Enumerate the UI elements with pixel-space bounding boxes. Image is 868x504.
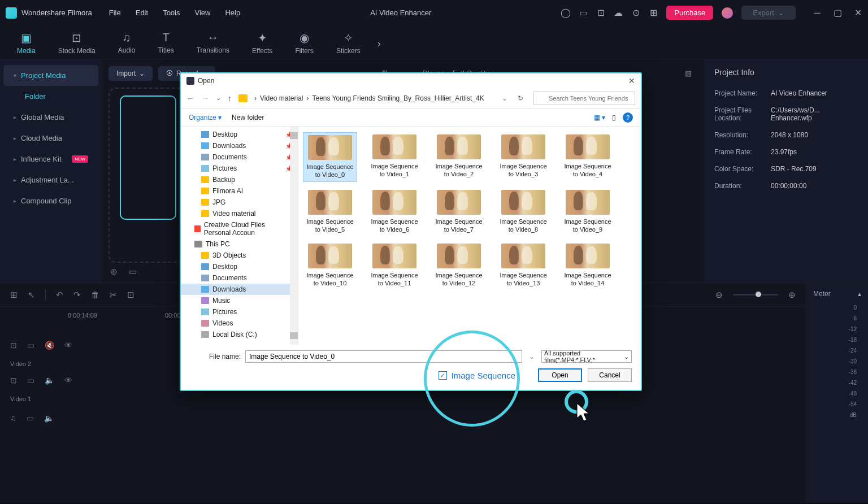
menu-file[interactable]: File bbox=[109, 8, 121, 17]
breadcrumb-dropdown-icon[interactable]: ⌄ bbox=[502, 94, 507, 102]
nav-up-icon[interactable]: ↑ bbox=[228, 94, 232, 103]
nav-forward-icon[interactable]: → bbox=[201, 94, 209, 103]
file-filter-dropdown[interactable]: All supported files(*.MP4;*.FLV;*⌄ bbox=[541, 350, 632, 363]
sidebar-item-adjustment-layer[interactable]: ▸Adjustment La... bbox=[3, 170, 98, 190]
view-mode-icon[interactable]: ▦ ▾ bbox=[594, 114, 605, 121]
close-icon[interactable]: ✕ bbox=[853, 8, 862, 18]
crop-icon[interactable]: ⊡ bbox=[127, 290, 134, 300]
filename-dropdown-icon[interactable]: ⌄ bbox=[529, 353, 535, 360]
avatar-icon[interactable] bbox=[722, 7, 733, 19]
add-folder-icon[interactable]: ⊕ bbox=[110, 267, 118, 277]
dialog-close-icon[interactable]: ✕ bbox=[628, 76, 635, 85]
file-item[interactable]: Image Sequence to Video_8 bbox=[496, 188, 550, 236]
tree-item[interactable]: Desktop📌 bbox=[181, 129, 298, 140]
snapshot-icon[interactable]: ▧ bbox=[685, 69, 692, 77]
tree-item[interactable]: JPG bbox=[181, 197, 298, 208]
file-item[interactable]: Image Sequence to Video_3 bbox=[496, 132, 550, 182]
chevron-right-icon[interactable]: › bbox=[377, 38, 381, 50]
cloud-icon[interactable]: ☁ bbox=[614, 8, 623, 18]
save-icon[interactable]: ⊡ bbox=[596, 8, 605, 18]
search-input[interactable] bbox=[533, 92, 635, 105]
undo-icon[interactable]: ↶ bbox=[56, 290, 63, 300]
minimize-icon[interactable]: ─ bbox=[813, 8, 822, 18]
zoom-slider[interactable] bbox=[733, 294, 778, 296]
sidebar-item-folder[interactable]: Folder bbox=[3, 86, 98, 107]
file-item[interactable]: Image Sequence to Video_5 bbox=[303, 188, 357, 236]
folder-icon[interactable]: ▭ bbox=[129, 267, 137, 277]
track-row[interactable]: ♫▭🔈 bbox=[0, 402, 806, 433]
tab-stickers[interactable]: ✧Stickers bbox=[331, 28, 366, 59]
file-item[interactable]: Image Sequence to Video_12 bbox=[432, 241, 486, 290]
menu-tools[interactable]: Tools bbox=[163, 8, 180, 17]
preview-pane-icon[interactable]: ▯ bbox=[612, 114, 616, 121]
tree-item[interactable]: Pictures bbox=[181, 306, 298, 318]
image-sequence-checkbox-row[interactable]: ✓ Image Sequence bbox=[439, 371, 515, 380]
tree-item[interactable]: Creative Cloud Files Personal Accoun bbox=[181, 219, 298, 238]
sidebar-item-compound-clip[interactable]: ▸Compound Clip bbox=[3, 190, 98, 211]
menu-view[interactable]: View bbox=[194, 8, 210, 17]
tab-transitions[interactable]: ↔Transitions bbox=[191, 28, 235, 59]
tab-audio[interactable]: ♫Audio bbox=[112, 28, 141, 59]
tab-stock-media[interactable]: ⊡Stock Media bbox=[53, 28, 101, 59]
tree-item[interactable]: Documents bbox=[181, 272, 298, 284]
sidebar-item-project-media[interactable]: ▾Project Media bbox=[3, 65, 98, 86]
select-icon[interactable]: ↖ bbox=[28, 290, 35, 300]
display-icon[interactable]: ▭ bbox=[579, 8, 588, 18]
menu-help[interactable]: Help bbox=[225, 8, 240, 17]
tree-item[interactable]: Backup bbox=[181, 174, 298, 185]
help-icon[interactable]: ? bbox=[623, 112, 633, 123]
file-item[interactable]: Image Sequence to Video_2 bbox=[432, 132, 486, 182]
maximize-icon[interactable]: ▢ bbox=[833, 8, 842, 18]
delete-icon[interactable]: 🗑 bbox=[91, 290, 99, 299]
tab-filters[interactable]: ◉Filters bbox=[289, 28, 319, 59]
grid-icon[interactable]: ⊞ bbox=[10, 290, 18, 300]
file-item[interactable]: Image Sequence to Video_11 bbox=[367, 241, 422, 290]
refresh-icon[interactable]: ↻ bbox=[518, 94, 523, 102]
record-icon[interactable]: ◯ bbox=[561, 8, 570, 18]
tree-item[interactable]: Downloads bbox=[181, 284, 298, 295]
tree-item[interactable]: Filmora AI bbox=[181, 185, 298, 197]
sidebar-item-cloud-media[interactable]: ▸Cloud Media bbox=[3, 128, 98, 149]
purchase-button[interactable]: Purchase bbox=[666, 6, 713, 20]
cancel-button[interactable]: Cancel bbox=[588, 368, 632, 382]
tree-item[interactable]: Music bbox=[181, 295, 298, 306]
file-item[interactable]: Image Sequence to Video_9 bbox=[561, 188, 615, 236]
nav-back-icon[interactable]: ← bbox=[186, 94, 194, 103]
tree-item[interactable]: Documents📌 bbox=[181, 151, 298, 163]
sidebar-item-influence-kit[interactable]: ▸Influence KitNEW bbox=[3, 149, 98, 170]
export-button[interactable]: Export ⌄ bbox=[741, 6, 796, 20]
tab-titles[interactable]: TTitles bbox=[152, 28, 179, 59]
tree-item[interactable]: Desktop bbox=[181, 261, 298, 272]
menu-edit[interactable]: Edit bbox=[136, 8, 148, 17]
file-item[interactable]: Image Sequence to Video_10 bbox=[303, 241, 357, 290]
tree-item[interactable]: Video material bbox=[181, 208, 298, 219]
file-item[interactable]: Image Sequence to Video_1 bbox=[367, 132, 422, 182]
tree-item[interactable]: Downloads📌 bbox=[181, 140, 298, 151]
tab-effects[interactable]: ✦Effects bbox=[246, 28, 278, 59]
apps-icon[interactable]: ⊞ bbox=[649, 8, 658, 18]
tree-item[interactable]: Videos bbox=[181, 318, 298, 329]
filename-input[interactable] bbox=[245, 350, 522, 363]
tree-item[interactable]: 3D Objects bbox=[181, 250, 298, 261]
file-item[interactable]: Image Sequence to Video_14 bbox=[561, 241, 615, 290]
checkbox-icon[interactable]: ✓ bbox=[439, 371, 447, 380]
organize-button[interactable]: Organize ▾ bbox=[189, 114, 222, 121]
cut-icon[interactable]: ✂ bbox=[110, 290, 117, 300]
import-button[interactable]: Import ⌄ bbox=[108, 66, 153, 81]
open-button[interactable]: Open bbox=[538, 368, 582, 382]
tree-item[interactable]: Pictures📌 bbox=[181, 163, 298, 174]
file-item[interactable]: Image Sequence to Video_7 bbox=[432, 188, 486, 236]
zoom-out-icon[interactable]: ⊖ bbox=[715, 290, 723, 300]
meter-expand-icon[interactable]: ▴ bbox=[858, 290, 861, 298]
tree-item[interactable]: This PC bbox=[181, 238, 298, 250]
new-folder-button[interactable]: New folder bbox=[232, 114, 264, 121]
file-item[interactable]: Image Sequence to Video_6 bbox=[367, 188, 422, 236]
headphones-icon[interactable]: ⊙ bbox=[631, 8, 640, 18]
file-item[interactable]: Image Sequence to Video_13 bbox=[496, 241, 550, 290]
zoom-in-icon[interactable]: ⊕ bbox=[788, 290, 796, 300]
redo-icon[interactable]: ↷ bbox=[73, 290, 81, 300]
file-item[interactable]: Image Sequence to Video_0 bbox=[303, 132, 357, 182]
nav-recent-icon[interactable]: ⌄ bbox=[216, 94, 221, 102]
sidebar-item-global-media[interactable]: ▸Global Media bbox=[3, 107, 98, 128]
breadcrumb[interactable]: › Video material › Teens Young Friends S… bbox=[254, 94, 495, 102]
